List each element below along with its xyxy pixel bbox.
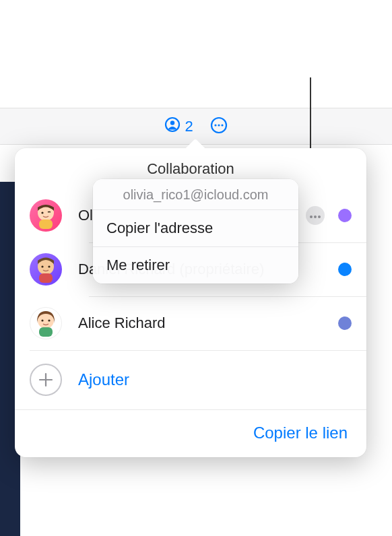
svg-point-5 (221, 124, 223, 126)
add-label: Ajouter (78, 370, 129, 389)
copy-link-button[interactable]: Copier le lien (253, 424, 348, 442)
svg-point-4 (218, 124, 220, 126)
svg-point-9 (310, 215, 313, 218)
participant-color-dot (338, 209, 352, 222)
context-menu-remove-self[interactable]: Me retirer (93, 246, 298, 283)
avatar (30, 253, 62, 286)
participant-row[interactable]: Alice Richard (15, 296, 366, 350)
collab-count: 2 (185, 118, 193, 135)
svg-point-10 (314, 215, 317, 218)
svg-point-17 (41, 319, 43, 321)
svg-point-7 (41, 211, 43, 213)
svg-point-1 (170, 121, 174, 125)
toolbar-more-button[interactable] (210, 116, 228, 137)
popover-title: Collaboration (15, 160, 366, 178)
add-participant-button[interactable]: Ajouter (15, 350, 366, 409)
avatar (30, 307, 62, 339)
avatar (30, 199, 62, 232)
svg-point-13 (41, 265, 43, 267)
svg-point-14 (48, 265, 50, 267)
participant-color-dot (338, 263, 352, 276)
context-menu-email: olivia_rico1@icloud.com (93, 179, 298, 209)
collaboration-indicator[interactable]: 2 (164, 116, 193, 137)
context-menu: olivia_rico1@icloud.com Copier l'adresse… (93, 179, 298, 283)
person-icon (164, 116, 181, 137)
svg-rect-19 (39, 327, 53, 337)
svg-point-11 (318, 215, 321, 218)
participant-more-button[interactable] (306, 206, 325, 225)
svg-point-18 (48, 319, 50, 321)
ellipsis-icon (309, 209, 321, 222)
svg-rect-8 (39, 220, 53, 229)
participant-name: Alice Richard (78, 314, 338, 332)
svg-point-3 (214, 124, 216, 126)
more-circle-icon (210, 116, 228, 137)
context-menu-copy-address[interactable]: Copier l'adresse (93, 209, 298, 246)
svg-rect-15 (39, 273, 53, 283)
participant-color-dot (338, 316, 352, 330)
plus-circle-icon (30, 364, 62, 396)
